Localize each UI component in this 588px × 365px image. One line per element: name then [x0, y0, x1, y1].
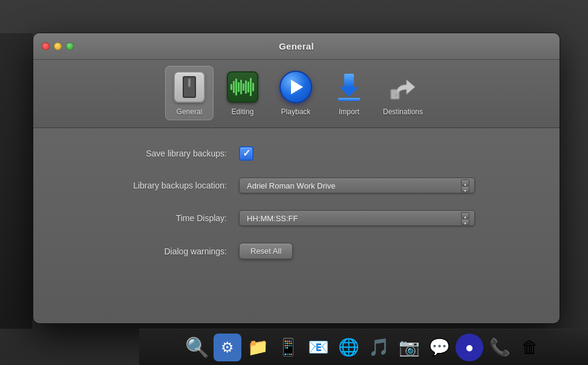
dock-item-finder[interactable]: 🔍 — [183, 334, 211, 361]
waveform-bar — [247, 82, 249, 92]
waveform-bar — [240, 80, 242, 94]
content-area: Save library backups: ✓ Library backups … — [33, 128, 560, 277]
dialog-warnings-label: Dialog warnings: — [57, 247, 227, 256]
time-display-label: Time Display: — [57, 213, 227, 223]
dock-item-1[interactable]: ⚙ — [214, 334, 241, 361]
dock-item-7[interactable]: 📷 — [395, 334, 423, 361]
time-display-row: Time Display: HH:MM:SS:FF — [57, 210, 535, 226]
toolbar-item-playback[interactable]: Playback — [272, 66, 320, 120]
window-title: General — [279, 41, 314, 51]
toolbar-item-import[interactable]: Import — [325, 66, 373, 120]
destinations-icon — [387, 71, 419, 103]
library-backups-location-label: Library backups location: — [57, 181, 227, 190]
destinations-label: Destinations — [383, 108, 423, 116]
switch-icon — [183, 76, 196, 98]
general-icon-wrapper — [172, 70, 206, 104]
left-panel — [0, 33, 33, 329]
save-library-backups-checkbox-wrapper: ✓ — [239, 146, 253, 161]
save-library-backups-label: Save library backups: — [57, 149, 227, 158]
dock-item-8[interactable]: 💬 — [425, 334, 453, 361]
dock-item-2[interactable]: 📁 — [244, 334, 272, 361]
editing-label: Editing — [232, 108, 254, 116]
waveform-bar — [238, 82, 240, 92]
time-display-stepper — [461, 212, 469, 225]
dock-item-3[interactable]: 📱 — [274, 334, 302, 361]
toolbar-item-general[interactable]: General — [165, 66, 214, 120]
waveform-bar — [252, 83, 254, 91]
dock-item-4[interactable]: 📧 — [304, 334, 332, 361]
arrow-body — [344, 74, 354, 87]
toolbar: General — [33, 60, 560, 128]
toolbar-item-destinations[interactable]: Destinations — [378, 66, 428, 120]
general-label: General — [177, 108, 203, 116]
time-stepper-down-button[interactable] — [461, 219, 469, 225]
stepper-down-button[interactable] — [461, 186, 469, 192]
share-icon — [387, 71, 419, 103]
import-icon-wrapper — [332, 70, 366, 104]
save-library-backups-row: Save library backups: ✓ — [57, 146, 535, 161]
play-triangle-icon — [291, 80, 303, 94]
close-button[interactable] — [42, 42, 50, 50]
import-label: Import — [339, 108, 359, 116]
library-backups-location-row: Library backups location: Adriel Roman W… — [57, 178, 535, 193]
waveform-bar — [250, 78, 252, 96]
editing-icon — [227, 71, 258, 103]
general-icon — [174, 71, 205, 103]
toolbar-item-editing[interactable]: Editing — [218, 66, 267, 120]
editing-icon-wrapper — [226, 70, 260, 104]
arrow-head — [339, 87, 359, 97]
save-library-backups-checkbox[interactable]: ✓ — [239, 146, 253, 161]
chevron-down-icon — [463, 184, 467, 195]
waveform-bar — [233, 81, 235, 93]
minimize-button[interactable] — [54, 42, 62, 50]
time-display-dropdown[interactable]: HH:MM:SS:FF — [239, 210, 475, 226]
arrow-base — [338, 98, 360, 101]
import-icon — [333, 71, 365, 103]
title-bar: General — [33, 33, 560, 60]
maximize-button[interactable] — [66, 42, 74, 50]
dock-item-5[interactable]: 🌐 — [335, 334, 362, 361]
destinations-icon-wrapper — [386, 70, 420, 104]
dock-item-trash[interactable]: 🗑 — [516, 334, 544, 361]
dock: 🔍 ⚙ 📁 📱 📧 🌐 🎵 📷 💬 ● 📞 🗑 — [139, 329, 588, 365]
time-display-value: HH:MM:SS:FF — [247, 214, 298, 223]
waveform-icon — [230, 76, 254, 98]
playback-icon — [279, 71, 312, 103]
window-controls — [42, 42, 74, 50]
dock-item-10[interactable]: 📞 — [486, 334, 514, 361]
import-arrow-icon — [338, 74, 360, 101]
waveform-bar — [245, 80, 247, 94]
checkmark-icon: ✓ — [243, 149, 250, 158]
dock-item-9[interactable]: ● — [456, 334, 483, 361]
library-backups-location-value: Adriel Roman Work Drive — [247, 181, 335, 190]
reset-all-button[interactable]: Reset All — [239, 243, 293, 259]
library-backups-stepper — [461, 179, 469, 192]
waveform-bar — [235, 79, 237, 95]
library-backups-location-dropdown[interactable]: Adriel Roman Work Drive — [239, 178, 475, 193]
dialog-warnings-row: Dialog warnings: Reset All — [57, 243, 535, 259]
playback-label: Playback — [281, 108, 311, 116]
playback-icon-wrapper — [279, 70, 313, 104]
waveform-bar — [230, 84, 232, 90]
dock-item-6[interactable]: 🎵 — [365, 334, 393, 361]
dialog-window: General General — [33, 33, 560, 323]
time-chevron-down-icon — [463, 216, 467, 227]
waveform-bar — [243, 83, 244, 91]
